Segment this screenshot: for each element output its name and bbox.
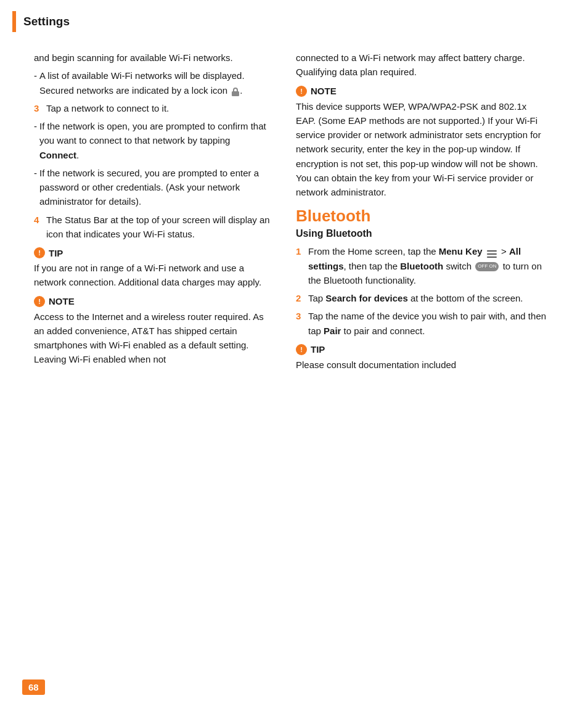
bullet-text: If the network is secured, you are promp… xyxy=(39,166,271,209)
step-text: Tap the name of the device you wish to p… xyxy=(308,309,549,338)
bullet-text: A list of available Wi-Fi networks will … xyxy=(39,68,271,97)
tip-icon: ! xyxy=(34,247,45,258)
lock-icon xyxy=(231,86,240,96)
tip-label: ! TIP xyxy=(34,247,271,258)
step-number: 1 xyxy=(296,244,304,287)
tip-block: ! TIP If you are not in range of a Wi-Fi… xyxy=(34,247,271,290)
list-item: 3 Tap the name of the device you wish to… xyxy=(296,309,549,338)
svg-rect-0 xyxy=(232,91,239,96)
bluetooth-toggle-icon: OFF ON xyxy=(475,262,499,271)
note-icon: ! xyxy=(34,296,45,307)
right-intro: connected to a Wi-Fi network may affect … xyxy=(296,51,549,80)
svg-rect-1 xyxy=(487,250,497,252)
list-item: 1 From the Home screen, tap the Menu Key… xyxy=(296,244,549,287)
note-label: ! NOTE xyxy=(296,86,549,97)
step-text: Tap Search for devices at the bottom of … xyxy=(308,291,523,305)
tip-block: ! TIP Please consult documentation inclu… xyxy=(296,344,549,372)
right-column: connected to a Wi-Fi network may affect … xyxy=(284,51,567,378)
page-content: and begin scanning for available Wi-Fi n… xyxy=(0,38,588,390)
page-number: 68 xyxy=(22,679,45,695)
header-accent-bar xyxy=(12,11,16,32)
note-block: ! NOTE Access to the Internet and a wire… xyxy=(34,296,271,367)
note-block: ! NOTE This device supports WEP, WPA/WPA… xyxy=(296,86,549,200)
step-number: 3 xyxy=(34,101,43,115)
step-text: From the Home screen, tap the Menu Key >… xyxy=(308,244,549,287)
tip-label: ! TIP xyxy=(296,344,549,355)
step-text: The Status Bar at the top of your screen… xyxy=(46,213,271,242)
tip-icon: ! xyxy=(296,344,307,355)
bluetooth-section-title: Bluetooth xyxy=(296,207,549,226)
left-column: and begin scanning for available Wi-Fi n… xyxy=(0,51,284,378)
left-intro: and begin scanning for available Wi-Fi n… xyxy=(34,51,271,65)
tip-text: Please consult documentation included xyxy=(296,358,549,372)
page-header: Settings xyxy=(0,0,588,38)
step-number: 4 xyxy=(34,213,43,242)
step-text: Tap a network to connect to it. xyxy=(46,101,169,115)
step-number: 3 xyxy=(296,309,304,338)
note-text: Access to the Internet and a wireless ro… xyxy=(34,310,271,367)
bluetooth-subsection-title: Using Bluetooth xyxy=(296,228,549,239)
note-label: ! NOTE xyxy=(34,296,271,307)
list-item: 4 The Status Bar at the top of your scre… xyxy=(34,213,271,242)
svg-rect-2 xyxy=(487,253,497,255)
note-text: This device supports WEP, WPA/WPA2-PSK a… xyxy=(296,99,549,200)
dash-icon: - xyxy=(34,166,37,209)
dash-icon: - xyxy=(34,119,37,162)
list-item: - If the network is open, you are prompt… xyxy=(34,119,271,162)
list-item: - A list of available Wi-Fi networks wil… xyxy=(34,68,271,97)
step-number: 2 xyxy=(296,291,304,305)
dash-icon: - xyxy=(34,68,37,97)
list-item: 3 Tap a network to connect to it. xyxy=(34,101,271,115)
tip-text: If you are not in range of a Wi-Fi netwo… xyxy=(34,261,271,290)
page-title: Settings xyxy=(23,15,70,28)
list-item: - If the network is secured, you are pro… xyxy=(34,166,271,209)
menu-key-icon xyxy=(486,248,497,257)
list-item: 2 Tap Search for devices at the bottom o… xyxy=(296,291,549,305)
bullet-text: If the network is open, you are prompted… xyxy=(39,119,271,162)
svg-rect-3 xyxy=(487,257,497,258)
note-icon: ! xyxy=(296,86,307,97)
